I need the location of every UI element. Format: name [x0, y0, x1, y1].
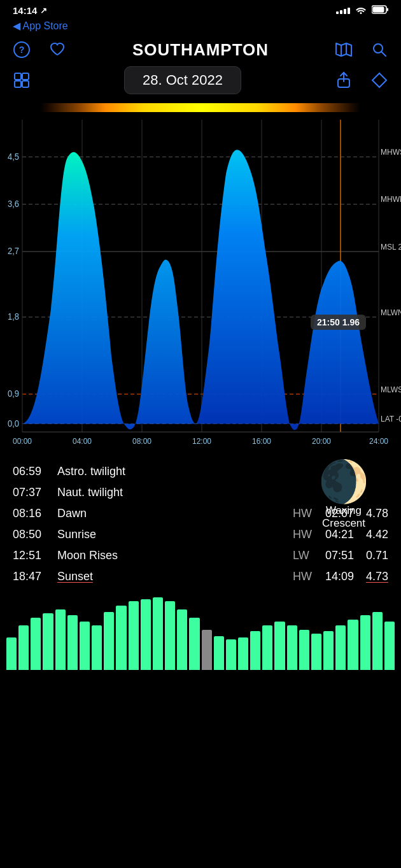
bar-item	[43, 613, 53, 670]
svg-text:LAT -0.1: LAT -0.1	[381, 415, 401, 423]
info-section: 🌒 Waxing Crescent 06:59 Astro. twilight …	[0, 451, 401, 587]
svg-marker-5	[336, 43, 351, 56]
bar-item	[323, 631, 334, 670]
favorite-button[interactable]	[46, 38, 69, 61]
tide-info-hw2: HW 04:21 4.42	[293, 528, 388, 541]
city-name: SOUTHAMPTON	[132, 40, 269, 60]
moon-icon: 🌒	[312, 461, 376, 502]
svg-text:1,8: 1,8	[8, 312, 19, 322]
tide-time-hw3: 14:09	[321, 570, 354, 583]
status-time: 14:14	[13, 5, 37, 16]
info-rows-wrap: 🌒 Waxing Crescent 06:59 Astro. twilight …	[13, 461, 388, 587]
svg-rect-12	[15, 81, 21, 87]
bar-item	[287, 625, 297, 670]
tide-type-lw: LW	[293, 549, 313, 562]
svg-text:MHWN 3.7: MHWN 3.7	[381, 195, 401, 204]
label-sunset: Sunset	[57, 570, 293, 583]
tide-chart[interactable]: 4,5 3,6 2,7 1,8 0,9 0,0 MHWS 4.5 MHWN 3.…	[0, 120, 401, 451]
svg-text:16:00: 16:00	[252, 437, 271, 446]
date-text: 28. Oct 2022	[143, 72, 223, 88]
share-button[interactable]	[332, 69, 355, 92]
svg-text:0,9: 0,9	[8, 389, 19, 399]
tide-type-hw2: HW	[293, 528, 313, 541]
tide-height-lw: 0.71	[362, 549, 388, 562]
svg-text:00:00: 00:00	[13, 437, 32, 446]
help-button[interactable]: ?	[10, 38, 33, 61]
search-button[interactable]	[368, 38, 391, 61]
moon-phase-label: Waxing Crescent	[312, 504, 376, 530]
tide-info-lw: LW 07:51 0.71	[293, 549, 388, 562]
svg-rect-1	[387, 8, 389, 11]
tide-time-lw: 07:51	[321, 549, 354, 562]
signal-icon	[336, 8, 350, 14]
location-arrow-icon: ↗	[40, 6, 47, 15]
svg-text:0,0: 0,0	[8, 418, 19, 428]
tide-type-hw1: HW	[293, 507, 313, 520]
bar-item	[116, 606, 126, 670]
label-moon-rises: Moon Rises	[57, 549, 293, 562]
bar-item	[80, 622, 90, 670]
tide-type-hw3: HW	[293, 570, 313, 583]
time-dawn: 08:16	[13, 507, 57, 520]
label-dawn: Dawn	[57, 507, 293, 520]
svg-rect-13	[22, 81, 29, 87]
bar-item	[335, 625, 346, 670]
svg-text:20:00: 20:00	[312, 437, 331, 446]
time-tooltip: 21:50 1.96	[311, 315, 366, 330]
bar-item	[202, 630, 212, 670]
svg-text:12:00: 12:00	[192, 437, 211, 446]
bar-item	[104, 612, 114, 670]
time-sunset: 18:47	[13, 570, 57, 583]
bar-item	[141, 599, 151, 670]
svg-line-9	[381, 52, 386, 56]
svg-text:4,5: 4,5	[8, 152, 19, 161]
svg-rect-10	[15, 73, 21, 80]
bar-item	[372, 612, 383, 670]
bar-item	[129, 601, 139, 670]
map-button[interactable]	[332, 38, 355, 61]
svg-rect-2	[373, 7, 384, 13]
bar-item	[31, 618, 41, 670]
status-time-area: 14:14 ↗	[13, 5, 47, 16]
info-row-sunset: 18:47 Sunset HW 14:09 4.73	[13, 566, 388, 587]
bar-item	[214, 636, 224, 670]
svg-text:MLWS 0.5: MLWS 0.5	[381, 385, 401, 394]
bar-item	[360, 615, 370, 670]
tide-info-hw3: HW 14:09 4.73	[293, 570, 388, 583]
bar-item	[238, 637, 248, 670]
bar-item	[6, 637, 17, 670]
svg-text:3,6: 3,6	[8, 199, 19, 209]
svg-text:2,7: 2,7	[8, 246, 19, 256]
bar-item	[67, 615, 78, 670]
tide-time-hw2: 04:21	[321, 528, 354, 541]
tide-chart-svg: 4,5 3,6 2,7 1,8 0,9 0,0 MHWS 4.5 MHWN 3.…	[0, 120, 401, 451]
bar-item	[348, 620, 358, 670]
bar-item	[189, 618, 199, 670]
bar-item	[262, 625, 272, 670]
time-sunrise: 08:50	[13, 528, 57, 541]
svg-text:24:00: 24:00	[369, 437, 388, 446]
battery-icon	[372, 5, 388, 16]
moon-phase: 🌒 Waxing Crescent	[312, 461, 376, 530]
diamond-button[interactable]	[368, 69, 391, 92]
status-indicators	[336, 5, 388, 16]
info-row-moon-rises: 12:51 Moon Rises LW 07:51 0.71	[13, 545, 388, 566]
back-nav[interactable]: ◀ App Store	[0, 18, 401, 36]
bar-item	[311, 634, 321, 670]
bar-item	[165, 601, 175, 670]
svg-text:04:00: 04:00	[73, 437, 92, 446]
bar-item	[92, 625, 102, 670]
grid-button[interactable]	[10, 69, 33, 92]
svg-text:?: ?	[19, 45, 25, 55]
tide-height-hw2: 4.42	[362, 528, 388, 541]
svg-text:MHWS 4.5: MHWS 4.5	[381, 148, 401, 157]
svg-marker-15	[372, 73, 386, 87]
date-badge[interactable]: 28. Oct 2022	[124, 66, 241, 94]
back-nav-label: ◀ App Store	[13, 20, 68, 31]
bar-item	[55, 609, 66, 670]
time-moon-rises: 12:51	[13, 549, 57, 562]
bar-item	[299, 630, 309, 670]
bar-item	[384, 622, 395, 670]
header-right-icons	[332, 38, 391, 61]
tide-height-hw3: 4.73	[362, 570, 388, 583]
